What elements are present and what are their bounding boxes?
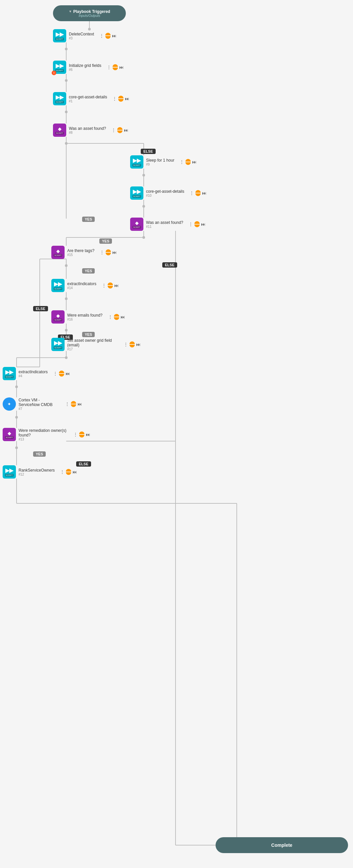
node-id-setowner17: #17 [67, 347, 118, 351]
node-label-asset8: Was an asset found? [69, 126, 106, 131]
skip-icon[interactable]: ⏭ [112, 33, 117, 38]
badge-yes-8: YES [82, 217, 95, 222]
skip-icon-14[interactable]: ⏭ [86, 432, 90, 437]
info-icon-7[interactable]: ⋮ [188, 222, 193, 227]
svg-point-9 [65, 111, 68, 113]
node-label-remediation13: Were remediation owner(s) found? [19, 428, 68, 437]
info-icon-15[interactable]: ⋮ [60, 469, 65, 474]
node-id-core10: #10 [146, 194, 184, 197]
node-id-core1: #1 [69, 99, 107, 103]
node-extract-4: ▶▶ SCRIPT extractIndicators #4 ⋮ ⏭ [3, 367, 75, 380]
complete-label: Complete [271, 842, 292, 848]
node-icon-initialize: ▶▶ SCRIPT ! [53, 61, 66, 74]
node-id-tags15: #15 [67, 253, 94, 257]
info-icon-13[interactable]: ⋮ [65, 401, 69, 407]
node-id-initialize: #6 [69, 68, 101, 71]
node-core-get-10: ▶▶ SCRIPT core-get-asset-details #10 ⋮ ⏭ [130, 186, 210, 200]
badge-yes-16: YES [82, 332, 95, 337]
node-id-asset8: #8 [69, 131, 106, 134]
node-icon-core10: ▶▶ SCRIPT [130, 186, 143, 200]
node-id-remediation13: #13 [19, 437, 68, 441]
node-label-tags15: Are there tags? [67, 248, 94, 253]
skip-icon-15[interactable]: ⏭ [72, 469, 77, 474]
node-label-core10: core-get-asset-details [146, 189, 184, 194]
node-deletecontext: ▶▶ SCRIPT DeleteContext #3 ⋮ ⏭ [53, 29, 126, 42]
info-icon-14[interactable]: ⋮ [73, 432, 78, 437]
node-id-cortex7: #7 [19, 407, 60, 411]
svg-point-36 [65, 356, 68, 359]
node-id-extract14: #14 [67, 286, 96, 290]
svg-point-20 [142, 205, 145, 208]
svg-point-33 [65, 329, 68, 332]
warning-badge: ! [52, 70, 56, 75]
node-id-sleep9: #9 [146, 163, 174, 166]
chevron-down-icon: ▼ [69, 10, 72, 13]
trigger-subtitle: Inputs/Outputs [78, 14, 100, 18]
info-icon-9[interactable]: ⋮ [102, 283, 106, 288]
info-icon-5[interactable]: ⋮ [180, 159, 184, 164]
badge-else-15: ELSE [33, 306, 48, 311]
skip-icon-6[interactable]: ⏭ [202, 190, 206, 196]
node-id-rank12: #12 [19, 472, 55, 476]
skip-icon-5[interactable]: ⏭ [192, 159, 197, 164]
skip-icon-12[interactable]: ⏭ [66, 371, 70, 376]
node-id-extract4: #4 [19, 374, 48, 378]
skip-icon-13[interactable]: ⏭ [77, 401, 82, 407]
node-icon-asset8: ◆ SCRIPT [53, 124, 66, 137]
badge-yes-15: YES [82, 268, 95, 274]
info-icon-8[interactable]: ⋮ [100, 250, 104, 255]
node-label-core1: core-get-asset-details [69, 95, 107, 99]
skip-icon-10[interactable]: ⏭ [121, 314, 125, 319]
node-extract-14: ▶▶ SCRIPT extractIndicators #14 ⋮ ⏭ [51, 279, 131, 292]
info-icon-2[interactable]: ⋮ [107, 65, 111, 70]
exec-bot [105, 36, 110, 39]
svg-point-27 [65, 264, 68, 267]
node-remediation-13: ◆ SCRIPT Were remediation owner(s) found… [3, 428, 90, 441]
node-id-emails16: #16 [67, 318, 103, 321]
workflow-canvas: ▼ Playbook Triggered Inputs/Outputs ▶▶ S… [0, 0, 353, 868]
node-set-owner-17: ▶▶ SCRIPT Set asset owner grid field (em… [51, 338, 141, 351]
skip-icon-3[interactable]: ⏭ [125, 96, 129, 101]
node-icon-emails16: ◆ SCRIPT [51, 310, 65, 323]
svg-point-46 [15, 416, 18, 418]
info-icon-10[interactable]: ⋮ [108, 314, 113, 319]
info-icon-6[interactable]: ⋮ [189, 190, 194, 196]
node-emails-16: ◆ SCRIPT Were emails found? #16 ⋮ ⏭ [51, 310, 131, 323]
node-label-setowner17: Set asset owner grid field (email) [67, 338, 118, 347]
info-icon-4[interactable]: ⋮ [111, 127, 116, 133]
node-label-sleep9: Sleep for 1 hour [146, 158, 174, 163]
node-label-extract14: extractIndicators [67, 281, 96, 286]
info-icon[interactable]: ⋮ [99, 33, 104, 38]
svg-point-43 [15, 385, 18, 388]
skip-icon-4[interactable]: ⏭ [124, 127, 128, 133]
info-icon-11[interactable]: ⋮ [124, 342, 128, 347]
badge-yes-11: YES [99, 239, 112, 244]
skip-icon-7[interactable]: ⏭ [201, 222, 206, 227]
info-icon-3[interactable]: ⋮ [112, 96, 117, 101]
skip-icon-9[interactable]: ⏭ [114, 283, 119, 288]
badge-yes-13: YES [33, 452, 46, 457]
complete-node[interactable]: Complete [216, 837, 348, 853]
node-label-cortex7: Cortex VM - ServiceNow CMDB [19, 398, 60, 407]
exec-top [105, 33, 110, 35]
node-icon-sleep9: ▶▶ SCRIPT [130, 155, 143, 168]
info-icon-12[interactable]: ⋮ [53, 371, 58, 376]
svg-point-23 [142, 236, 145, 239]
node-icon-rank12: ▶▶ SCRIPT [3, 465, 16, 478]
svg-point-3 [65, 48, 68, 50]
node-initialize: ▶▶ SCRIPT ! Initialize grid fields #6 ⋮ … [53, 61, 132, 74]
node-asset-found-11: ◆ SCRIPT Was an asset found? #11 ⋮ ⏭ [130, 218, 210, 231]
node-icon-asset11: ◆ SCRIPT [130, 218, 143, 231]
node-label-rank12: RankServiceOwners [19, 468, 55, 472]
skip-icon-8[interactable]: ⏭ [112, 250, 117, 255]
svg-point-6 [65, 79, 68, 82]
trigger-node[interactable]: ▼ Playbook Triggered Inputs/Outputs [53, 5, 126, 21]
node-label-emails16: Were emails found? [67, 313, 103, 318]
trigger-title: Playbook Triggered [73, 9, 110, 14]
skip-icon-11[interactable]: ⏭ [136, 342, 141, 347]
skip-icon-2[interactable]: ⏭ [119, 65, 124, 70]
node-label-asset11: Was an asset found? [146, 220, 183, 225]
node-asset-found-8: ◆ SCRIPT Was an asset found? #8 ⋮ ⏭ [53, 124, 132, 137]
badge-else-1: ELSE [141, 149, 156, 154]
node-icon-extract14: ▶▶ SCRIPT [51, 279, 65, 292]
